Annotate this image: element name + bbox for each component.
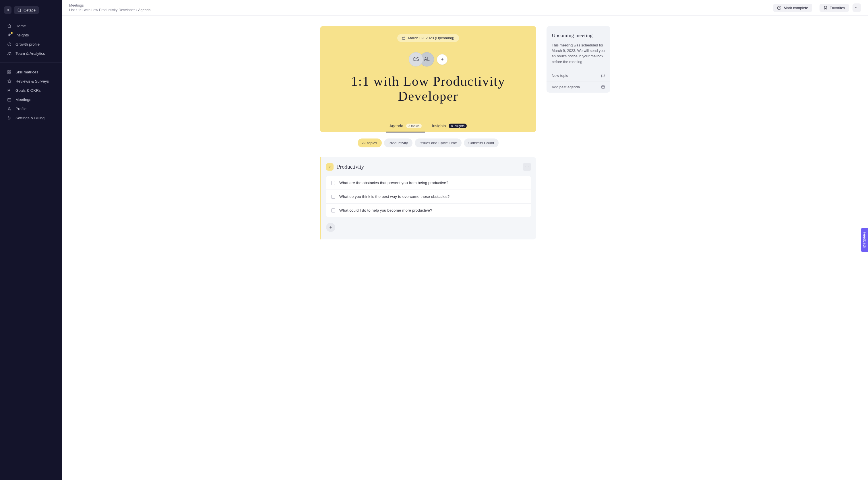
notification-dot <box>11 32 12 34</box>
tab-agenda-count: 3 topics <box>406 124 422 128</box>
sidebar-collapse-button[interactable] <box>4 6 11 14</box>
svg-point-2 <box>9 52 11 53</box>
calendar-icon <box>7 98 11 102</box>
breadcrumb-separator: / <box>136 8 137 12</box>
svg-point-0 <box>7 42 11 45</box>
svg-rect-3 <box>7 70 9 71</box>
flag-icon <box>7 88 11 93</box>
sidebar-item-label: Skill matrices <box>16 70 38 74</box>
org-name: Getace <box>24 8 36 12</box>
meeting-date-pill[interactable]: March 09, 2023 (Upcoming) <box>397 34 459 42</box>
topic-card: Productivity What are the obstacles that… <box>320 157 536 239</box>
sidebar-item-settings[interactable]: Settings & Billing <box>0 113 62 123</box>
svg-rect-20 <box>601 86 605 88</box>
breadcrumb-section: Meetings <box>69 3 151 7</box>
breadcrumb: Meetings List / 1:1 with Low Productivit… <box>69 3 151 12</box>
org-switcher[interactable]: Getace <box>14 6 39 14</box>
favorites-label: Favorites <box>830 6 845 10</box>
svg-point-9 <box>8 116 9 117</box>
svg-rect-7 <box>7 98 11 101</box>
add-question-button[interactable] <box>326 223 335 232</box>
nav-divider <box>0 63 62 63</box>
tab-insights-count: 8 Insights <box>448 124 467 128</box>
filter-pill[interactable]: Productivity <box>384 138 412 147</box>
question-checkbox[interactable] <box>331 208 335 212</box>
user-icon <box>7 107 11 111</box>
question-item[interactable]: What could I do to help you become more … <box>326 203 531 217</box>
tab-agenda[interactable]: Agenda 3 topics <box>389 121 423 132</box>
topbar-divider <box>816 4 816 11</box>
topic-more-button[interactable] <box>523 163 531 171</box>
ellipsis-icon <box>525 165 529 169</box>
calendar-icon <box>601 85 605 89</box>
add-participant-button[interactable] <box>437 54 447 65</box>
sidebar-item-label: Growth profile <box>16 42 40 46</box>
star-icon <box>7 79 11 83</box>
add-past-agenda-button[interactable]: Add past agenda <box>547 81 610 93</box>
sliders-icon <box>7 116 11 120</box>
sidebar-item-label: Home <box>16 24 26 28</box>
filter-pill[interactable]: Commits Count <box>464 138 499 147</box>
nav-section-primary: HomeInsightsGrowth profileTeam & Analyti… <box>0 20 62 60</box>
add-past-agenda-label: Add past agenda <box>552 85 580 89</box>
team-icon <box>7 51 11 56</box>
svg-point-13 <box>856 7 856 8</box>
sidebar-item-profile[interactable]: Profile <box>0 104 62 113</box>
breadcrumb-list[interactable]: List <box>69 8 74 12</box>
more-actions-button[interactable] <box>852 3 861 12</box>
participant-avatar[interactable]: CS <box>409 52 423 67</box>
meeting-title: 1:1 with Low Productivity Developer <box>342 74 515 104</box>
plus-icon <box>329 226 333 229</box>
chat-icon <box>601 73 605 78</box>
filter-pill[interactable]: All topics <box>358 138 382 147</box>
bolt-icon <box>7 33 11 37</box>
tab-insights-label: Insights <box>432 124 446 128</box>
svg-point-17 <box>526 167 526 167</box>
side-card-body: This meeting was scheduled for March 9, … <box>552 42 605 65</box>
breadcrumb-current: Agenda <box>138 8 150 12</box>
new-topic-label: New topic <box>552 73 568 78</box>
topic-filter-row: All topicsProductivityIssues and Cycle T… <box>320 138 536 147</box>
svg-rect-16 <box>402 37 405 40</box>
topbar: Meetings List / 1:1 with Low Productivit… <box>62 0 868 16</box>
upcoming-meeting-card: Upcoming meeting This meeting was schedu… <box>547 26 610 93</box>
svg-point-14 <box>857 7 857 8</box>
home-icon <box>7 24 11 28</box>
breadcrumb-separator: / <box>76 8 76 12</box>
sidebar-item-home[interactable]: Home <box>0 21 62 30</box>
sidebar-item-label: Meetings <box>16 98 31 102</box>
question-checkbox[interactable] <box>331 195 335 199</box>
question-text: What do you think is the best way to ove… <box>339 195 450 199</box>
sidebar-item-label: Goals & OKRs <box>16 88 41 93</box>
nav-section-secondary: Skill matricesReviews & SurveysGoals & O… <box>0 66 62 124</box>
mark-complete-button[interactable]: Mark complete <box>773 4 812 12</box>
sidebar: Getace HomeInsightsGrowth profileTeam & … <box>0 0 62 480</box>
side-card-title: Upcoming meeting <box>552 32 605 38</box>
svg-point-19 <box>528 167 528 167</box>
list-icon <box>328 165 332 169</box>
feedback-tab[interactable]: Feedback <box>861 228 868 252</box>
topic-badge-icon <box>326 163 334 171</box>
sidebar-item-goals[interactable]: Goals & OKRs <box>0 86 62 95</box>
breadcrumb-meeting[interactable]: 1:1 with Low Productivity Developer <box>78 8 135 12</box>
sidebar-item-insights[interactable]: Insights <box>0 30 62 40</box>
sidebar-item-growth[interactable]: Growth profile <box>0 40 62 49</box>
svg-point-10 <box>9 117 10 118</box>
question-item[interactable]: What are the obstacles that prevent you … <box>326 176 531 190</box>
plus-icon <box>440 57 444 61</box>
question-checkbox[interactable] <box>331 181 335 185</box>
tab-insights[interactable]: Insights 8 Insights <box>431 121 468 132</box>
topic-title: Productivity <box>337 164 364 170</box>
favorites-button[interactable]: Favorites <box>819 4 849 12</box>
question-text: What are the obstacles that prevent you … <box>339 181 448 185</box>
new-topic-button[interactable]: New topic <box>547 70 610 81</box>
question-item[interactable]: What do you think is the best way to ove… <box>326 190 531 203</box>
meeting-hero: March 09, 2023 (Upcoming) CS AL 1:1 with… <box>320 26 536 132</box>
filter-pill[interactable]: Issues and Cycle Time <box>415 138 462 147</box>
feedback-label: Feedback <box>863 232 867 248</box>
tab-agenda-label: Agenda <box>390 124 403 128</box>
sidebar-item-team[interactable]: Team & Analytics <box>0 49 62 58</box>
sidebar-item-skill[interactable]: Skill matrices <box>0 67 62 76</box>
sidebar-item-reviews[interactable]: Reviews & Surveys <box>0 76 62 86</box>
sidebar-item-meetings[interactable]: Meetings <box>0 95 62 104</box>
